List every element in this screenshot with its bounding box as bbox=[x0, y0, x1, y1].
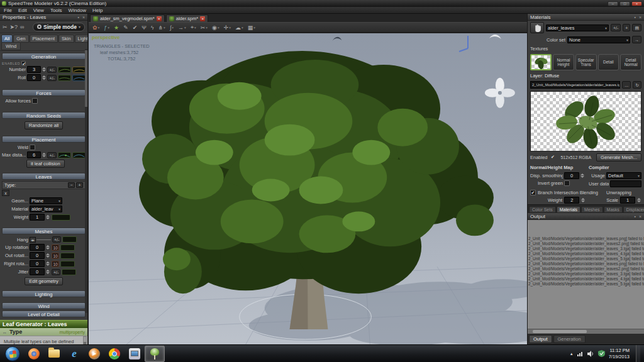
tab-output[interactable]: Output bbox=[529, 335, 552, 343]
tool-grid[interactable]: ▦▾ bbox=[248, 25, 255, 31]
curve-swatch[interactable] bbox=[58, 67, 71, 73]
minimize-button[interactable]: – bbox=[608, 1, 618, 6]
spinner-arrows[interactable] bbox=[46, 214, 50, 221]
pin-icon[interactable]: ▪ bbox=[634, 214, 635, 219]
taskbar-explorer[interactable] bbox=[44, 346, 64, 362]
spinner-arrows[interactable] bbox=[46, 244, 50, 251]
leaf-collision-button[interactable]: it leaf collision bbox=[26, 160, 65, 168]
color-set-select[interactable]: None ▾ bbox=[567, 36, 630, 43]
remove-type-button[interactable]: − bbox=[68, 182, 75, 188]
properties-scrollbar[interactable] bbox=[85, 49, 87, 313]
number-input[interactable]: 3 bbox=[27, 66, 41, 73]
section-meshes[interactable]: Meshes bbox=[2, 228, 86, 234]
plusminus-button[interactable]: +/- bbox=[52, 236, 61, 243]
taskbar-speedtree[interactable] bbox=[145, 346, 165, 362]
network-icon[interactable] bbox=[577, 351, 584, 356]
enabled-checkbox[interactable]: ✔ bbox=[550, 155, 556, 160]
section-lod[interactable]: Level of Detail bbox=[2, 310, 86, 317]
color-swatch[interactable] bbox=[60, 244, 75, 251]
section-wind[interactable]: Wind bbox=[2, 302, 86, 309]
tool-forces[interactable]: ⋔▾ bbox=[158, 25, 165, 31]
geometry-select[interactable]: Plane ▾ bbox=[30, 197, 62, 204]
section-placement[interactable]: Placement bbox=[2, 136, 86, 143]
normal-height-button[interactable]: Normal Height bbox=[553, 54, 574, 70]
color-swatch[interactable] bbox=[52, 214, 70, 221]
color-swatch[interactable] bbox=[60, 253, 75, 259]
tab-skin[interactable]: Skin bbox=[58, 35, 74, 43]
scale-input[interactable]: 1 bbox=[620, 197, 635, 204]
bib-weight-input[interactable]: 2 bbox=[564, 197, 579, 204]
show-desktop-button[interactable] bbox=[636, 345, 640, 362]
browse-button[interactable]: ... bbox=[622, 81, 631, 89]
tool-check[interactable]: ✔ bbox=[133, 25, 138, 31]
start-button[interactable] bbox=[5, 346, 20, 361]
tool-cloud[interactable]: ☁▾ bbox=[235, 25, 243, 31]
invert-green-checkbox[interactable] bbox=[564, 180, 570, 186]
taskbar-clock[interactable]: 11:12 PM 7/19/2013 bbox=[609, 348, 632, 360]
section-forces[interactable]: Forces bbox=[2, 89, 86, 96]
close-icon[interactable]: × bbox=[639, 15, 641, 19]
color-swatch[interactable] bbox=[62, 236, 77, 243]
material-name-select[interactable]: alder_leaves ▾ bbox=[546, 25, 609, 31]
spinner-arrows[interactable] bbox=[42, 151, 46, 158]
menu-window[interactable]: Window bbox=[69, 8, 86, 13]
spinner-arrows[interactable] bbox=[46, 252, 50, 259]
section-leaves[interactable]: Leaves bbox=[2, 173, 86, 180]
taskbar-chrome[interactable] bbox=[104, 346, 125, 362]
material-options-button[interactable]: ▤ bbox=[632, 24, 641, 31]
user-data-input[interactable] bbox=[610, 180, 641, 187]
document-tab-2[interactable]: alder.spm* × bbox=[166, 14, 208, 22]
curve-swatch[interactable] bbox=[58, 75, 71, 81]
menu-tools[interactable]: Tools bbox=[50, 8, 62, 13]
tab-lighting[interactable]: Lighting bbox=[75, 35, 88, 43]
3d-viewport[interactable]: perspective TRIANGLES - SELECTED leaf me… bbox=[89, 33, 527, 344]
tool-brush[interactable]: ✿▾ bbox=[92, 25, 99, 31]
tab-color-sets[interactable]: Color Sets bbox=[529, 206, 556, 213]
scissors-icon[interactable]: ✂ bbox=[3, 24, 8, 30]
antivirus-shield-icon[interactable] bbox=[598, 350, 605, 357]
spinner-arrows[interactable] bbox=[581, 197, 586, 204]
curve-swatch[interactable] bbox=[72, 75, 86, 81]
texture-path-input[interactable]: 2_Unit_Mod/Models/Vegetation/alder/alder… bbox=[530, 81, 620, 89]
tab-masks[interactable]: Masks bbox=[604, 206, 623, 213]
tool-cut[interactable]: ✂▾ bbox=[201, 25, 208, 31]
focus-icon[interactable]: ∞ bbox=[20, 24, 24, 30]
camera-label[interactable]: perspective bbox=[92, 35, 119, 40]
spinner-arrows[interactable] bbox=[42, 74, 46, 81]
usage-select[interactable]: Default ▾ bbox=[606, 172, 641, 179]
tab-displacements[interactable]: Displacements bbox=[623, 206, 644, 213]
spinner-arrows[interactable] bbox=[46, 260, 50, 267]
tool-generator[interactable]: ★ bbox=[114, 25, 119, 31]
tool-render[interactable]: ◉▾ bbox=[212, 25, 219, 31]
help-scrollbar[interactable] bbox=[83, 336, 87, 344]
tray-expand-icon[interactable]: ▲ bbox=[570, 352, 574, 356]
section-random-seeds[interactable]: Random Seeds bbox=[2, 112, 86, 119]
add-material-button[interactable]: + bbox=[623, 24, 630, 31]
curve-swatch[interactable] bbox=[72, 152, 86, 158]
plusminus-button[interactable]: +/- bbox=[47, 67, 56, 73]
randomize-all-button[interactable]: Randomize all bbox=[25, 121, 64, 129]
taskbar-paint[interactable] bbox=[125, 346, 145, 362]
output-log[interactable]: 2_Unit_Mod/Models/Vegetation/alder/alder… bbox=[528, 220, 644, 329]
tool-arrow[interactable]: →▾ bbox=[178, 25, 186, 31]
tool-draw[interactable]: ✎ bbox=[123, 25, 128, 31]
color-swatch[interactable] bbox=[60, 261, 75, 267]
generate-mesh-button[interactable]: Generate Mesh... bbox=[596, 153, 641, 162]
tab-wind[interactable]: Wind bbox=[1, 42, 21, 50]
pick-node-icon[interactable]: ➤? bbox=[10, 24, 18, 30]
diffuse-texture-thumbnail[interactable] bbox=[530, 54, 552, 70]
menu-file[interactable]: File bbox=[4, 8, 12, 13]
out-rotation-input[interactable]: 0 bbox=[30, 252, 45, 259]
tool-anchor[interactable]: Ψ bbox=[142, 25, 147, 31]
material-select[interactable]: alder_leav ▾ bbox=[30, 206, 62, 212]
right-rotation-input[interactable]: 0 bbox=[30, 260, 45, 267]
weld-checkbox[interactable] bbox=[30, 145, 35, 150]
spinner-arrows[interactable] bbox=[46, 268, 50, 275]
output-horizontal-scrollbar[interactable] bbox=[528, 329, 644, 334]
up-rotation-input[interactable]: 0 bbox=[30, 244, 45, 251]
pin-icon[interactable]: ▪ bbox=[634, 15, 635, 19]
roll-input[interactable]: 0 bbox=[27, 74, 41, 81]
tool-target[interactable]: ⌖▾ bbox=[191, 24, 196, 31]
spinner-arrows[interactable] bbox=[637, 197, 641, 204]
texture-preview[interactable] bbox=[530, 91, 641, 151]
